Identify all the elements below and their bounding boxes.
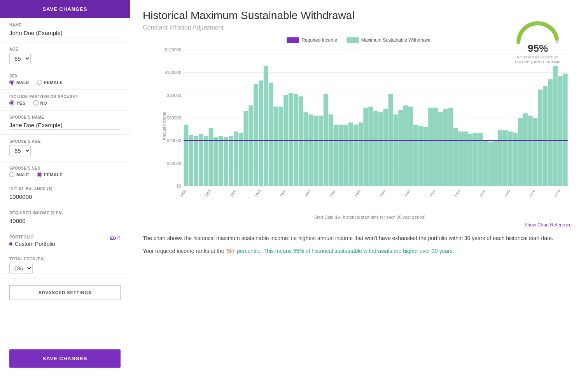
- spouse-sex-female-label[interactable]: FEMALE: [37, 172, 63, 177]
- svg-rect-74: [433, 108, 438, 186]
- svg-rect-72: [423, 127, 428, 186]
- svg-rect-79: [453, 128, 458, 186]
- partner-section: INCLUDE PARTNER OR SPOUSE? YES NO: [0, 90, 130, 110]
- svg-rect-61: [378, 112, 383, 186]
- svg-text:1915: 1915: [254, 189, 262, 198]
- svg-text:1965: 1965: [504, 189, 511, 198]
- svg-rect-96: [523, 113, 528, 186]
- svg-rect-34: [264, 66, 268, 186]
- initial-balance-input[interactable]: [9, 193, 121, 201]
- svg-text:$0: $0: [177, 184, 181, 188]
- svg-rect-46: [313, 116, 318, 186]
- bottom-save-section: SAVE CHANGES: [0, 343, 130, 377]
- svg-rect-86: [483, 140, 488, 186]
- partner-no-label[interactable]: NO: [33, 100, 47, 105]
- right-panel: Historical Maximum Sustainable Withdrawa…: [130, 0, 588, 377]
- required-income-input[interactable]: [9, 217, 121, 225]
- svg-rect-92: [508, 132, 513, 186]
- sex-radio-group: MALE FEMALE: [9, 80, 121, 85]
- sex-section: SEX MALE FEMALE: [0, 69, 130, 90]
- svg-rect-97: [528, 116, 533, 186]
- partner-no-radio[interactable]: [33, 100, 38, 105]
- svg-rect-64: [388, 94, 393, 186]
- spouse-name-input[interactable]: [9, 121, 121, 130]
- svg-rect-48: [324, 94, 328, 186]
- spouse-age-section: SPOUSE'S AGE 65: [0, 135, 130, 161]
- spouse-sex-label: SPOUSE'S SEX: [9, 166, 121, 170]
- save-changes-top-button[interactable]: SAVE CHANGES: [0, 0, 130, 18]
- svg-rect-65: [393, 114, 398, 186]
- legend-required-income: Required Income: [287, 37, 337, 43]
- svg-rect-23: [219, 136, 223, 186]
- chart-description: The chart shows the historical maximum s…: [143, 234, 576, 242]
- svg-rect-80: [458, 132, 463, 186]
- svg-rect-83: [468, 134, 473, 186]
- fees-section: TOTAL FEES (PA) 0%: [0, 252, 130, 279]
- name-section: NAME: [0, 18, 130, 42]
- spouse-age-select[interactable]: 65: [9, 145, 31, 156]
- percentile-text: Your required income ranks at the '5th' …: [143, 247, 576, 255]
- svg-rect-40: [289, 93, 293, 186]
- legend-msw-label: Maximum Sustainable Withdrawal: [361, 37, 432, 43]
- spouse-name-section: SPOUSE'S NAME: [0, 110, 130, 135]
- svg-rect-104: [558, 76, 563, 186]
- svg-rect-37: [278, 107, 283, 186]
- name-input[interactable]: [9, 29, 121, 37]
- svg-text:$60000: $60000: [167, 116, 181, 120]
- spouse-sex-female-radio[interactable]: [37, 172, 42, 177]
- portfolio-edit-link[interactable]: EDIT: [110, 236, 121, 240]
- svg-text:1940: 1940: [379, 189, 387, 198]
- required-income-section: REQUIRED INCOME ($ PA): [0, 206, 130, 230]
- portfolio-header-row: PORTFOLIO EDIT: [9, 235, 121, 241]
- sex-female-radio[interactable]: [37, 80, 42, 85]
- sex-male-label[interactable]: MALE: [9, 80, 29, 85]
- svg-text:1920: 1920: [279, 189, 287, 198]
- spouse-sex-male-radio[interactable]: [9, 172, 14, 177]
- advanced-settings-section: ADVANCED SETTINGS: [0, 279, 130, 305]
- svg-rect-47: [318, 116, 323, 186]
- initial-balance-label: INITIAL BALANCE ($): [9, 187, 121, 191]
- svg-rect-29: [243, 111, 248, 186]
- fees-label: TOTAL FEES (PA): [9, 257, 121, 261]
- svg-text:1900: 1900: [179, 189, 187, 198]
- required-income-label: REQUIRED INCOME ($ PA): [9, 211, 121, 215]
- svg-text:1945: 1945: [404, 189, 411, 198]
- svg-rect-59: [368, 107, 373, 186]
- svg-rect-42: [299, 96, 303, 186]
- svg-rect-77: [443, 109, 448, 186]
- svg-rect-78: [448, 108, 453, 186]
- sex-female-label[interactable]: FEMALE: [37, 80, 63, 85]
- svg-rect-68: [408, 107, 413, 186]
- svg-rect-89: [493, 140, 498, 186]
- partner-yes-radio[interactable]: [9, 100, 14, 105]
- age-select[interactable]: 65: [9, 53, 31, 64]
- svg-rect-31: [254, 84, 258, 186]
- legend-msw: Maximum Sustainable Withdrawal: [346, 37, 432, 43]
- svg-rect-52: [338, 125, 343, 186]
- save-changes-bottom-button[interactable]: SAVE CHANGES: [9, 349, 121, 368]
- age-section: AGE 65: [0, 42, 130, 69]
- svg-rect-90: [498, 130, 503, 186]
- advanced-settings-button[interactable]: ADVANCED SETTINGS: [9, 285, 121, 300]
- spouse-sex-male-label[interactable]: MALE: [9, 172, 29, 177]
- spouse-age-label: SPOUSE'S AGE: [9, 139, 121, 144]
- svg-rect-19: [204, 136, 208, 186]
- svg-rect-70: [413, 125, 418, 186]
- show-chart-reference-link[interactable]: Show Chart Reference: [525, 222, 572, 228]
- fees-select[interactable]: 0%: [9, 263, 33, 274]
- svg-text:1950: 1950: [429, 189, 436, 198]
- sex-male-radio[interactable]: [9, 80, 14, 85]
- svg-rect-35: [269, 83, 273, 186]
- svg-rect-88: [488, 142, 493, 186]
- svg-rect-24: [224, 137, 228, 186]
- svg-rect-44: [308, 114, 313, 186]
- initial-balance-section: INITIAL BALANCE ($): [0, 182, 130, 206]
- chart-svg-container: $0$20000$40000$60000$80000$100000$120000…: [164, 46, 572, 209]
- svg-text:$100000: $100000: [164, 70, 181, 75]
- spouse-sex-radio-group: MALE FEMALE: [9, 172, 121, 177]
- partner-yes-label[interactable]: YES: [9, 100, 26, 105]
- svg-rect-71: [418, 126, 423, 186]
- svg-rect-56: [359, 123, 363, 186]
- partner-radio-group: YES NO: [9, 100, 121, 105]
- svg-text:$20000: $20000: [167, 161, 181, 166]
